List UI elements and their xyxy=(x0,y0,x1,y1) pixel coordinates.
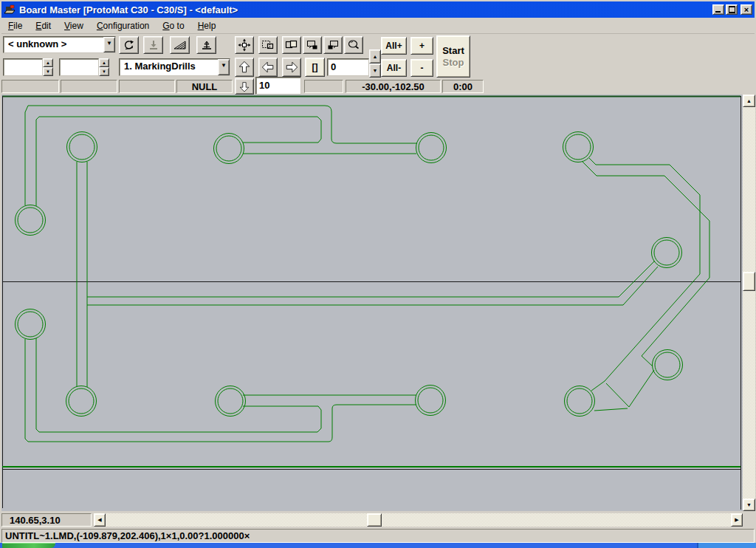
app-icon[interactable] xyxy=(4,4,16,16)
menu-goto[interactable]: Go to xyxy=(156,18,190,33)
y-step-down-icon[interactable]: ▼ xyxy=(99,67,109,76)
mirror-copy-icon xyxy=(285,39,298,51)
copy-frame-button[interactable] xyxy=(258,36,278,54)
jog-right-button[interactable] xyxy=(282,58,301,77)
scroll-left-icon: ◀ xyxy=(97,517,101,523)
x-coordinate-input[interactable] xyxy=(3,58,43,76)
brackets-button[interactable]: [] xyxy=(305,58,325,77)
job-status-text: UNTITL~1.LMD,(-109.879,202.406),1×1,0.00… xyxy=(5,530,250,541)
rubout-hatch-icon xyxy=(173,40,187,50)
vertical-scroll-track[interactable] xyxy=(743,107,755,499)
minimize-button[interactable] xyxy=(712,4,724,15)
place-block-button[interactable] xyxy=(303,36,322,54)
y-coordinate-input[interactable] xyxy=(59,58,99,76)
y-coordinate-stepper: ▲ ▼ xyxy=(99,58,109,76)
import-icon xyxy=(148,39,159,51)
scroll-right-button[interactable]: ▶ xyxy=(731,513,743,527)
close-icon: × xyxy=(744,5,749,14)
pcb-canvas[interactable] xyxy=(1,95,743,511)
place-block-alt-button[interactable] xyxy=(323,36,343,54)
start-button-fragment[interactable] xyxy=(2,543,55,548)
head-position-cell: -30.00,-102.50 xyxy=(346,80,441,93)
x-step-down-icon[interactable]: ▼ xyxy=(43,67,53,76)
cursor-coordinates: 140.65,3.10 xyxy=(1,513,92,527)
vertical-scroll-thumb[interactable] xyxy=(743,272,755,291)
scroll-up-icon: ▲ xyxy=(746,98,752,103)
tool-head-icon xyxy=(201,39,213,51)
jog-up-button[interactable] xyxy=(235,58,254,77)
production-phase-select[interactable]: < unknown > ▼ xyxy=(3,36,116,53)
status-bar: UNTITL~1.LMD,(-109.879,202.406),1×1,0.00… xyxy=(1,529,755,543)
system-tray-fragment xyxy=(697,543,756,548)
scroll-down-button[interactable]: ▼ xyxy=(743,499,755,511)
arrow-right-icon xyxy=(284,59,300,75)
plus-button[interactable]: + xyxy=(410,37,433,55)
restore-button[interactable] xyxy=(726,4,738,15)
x-step-up-icon[interactable]: ▲ xyxy=(43,58,53,67)
tool-select-value: 1. MarkingDrills xyxy=(120,59,218,75)
rotate-phase-button[interactable] xyxy=(119,36,139,54)
toolbar: < unknown > ▼ xyxy=(1,35,755,95)
tool-head-button[interactable] xyxy=(196,36,216,54)
menu-bar: File Edit View Configuration Go to Help xyxy=(1,18,755,34)
close-button[interactable]: × xyxy=(740,4,752,15)
scroll-down-icon: ▼ xyxy=(746,502,752,507)
elapsed-time-cell: 0:00 xyxy=(442,80,484,93)
minus-button[interactable]: - xyxy=(410,59,433,77)
x-coordinate-stepper: ▲ ▼ xyxy=(43,58,53,76)
all-minus-button[interactable]: All- xyxy=(381,59,407,77)
menu-file[interactable]: File xyxy=(1,18,29,33)
window-title: Board Master [ProtoMat C30 - C30/S] - <d… xyxy=(19,4,238,16)
move-button[interactable] xyxy=(235,36,254,54)
jog-down-button[interactable] xyxy=(235,78,254,95)
status-cell-1 xyxy=(1,80,59,93)
board-master-window: { "window": { "title": "Board Master [Pr… xyxy=(0,0,756,548)
horizontal-scroll-track[interactable] xyxy=(106,513,731,527)
menu-configuration[interactable]: Configuration xyxy=(90,18,156,33)
jog-left-button[interactable] xyxy=(258,58,278,77)
count-input[interactable]: 0 xyxy=(327,58,369,76)
tool-select[interactable]: 1. MarkingDrills ▼ xyxy=(119,58,230,76)
copy-frame-icon xyxy=(261,39,275,51)
place-block-alt-icon xyxy=(326,39,340,51)
status-cell-2 xyxy=(61,80,117,93)
count-down-icon[interactable]: ▼ xyxy=(369,64,381,78)
rotate-phase-icon xyxy=(123,39,135,51)
minimize-icon xyxy=(715,11,721,13)
taskbar-sliver xyxy=(0,543,756,548)
title-bar: Board Master [ProtoMat C30 - C30/S] - <d… xyxy=(1,1,755,18)
pcb-layout-drawing xyxy=(0,95,743,511)
zoom-icon xyxy=(347,39,360,51)
app-logo-icon xyxy=(4,4,16,16)
chevron-down-icon[interactable]: ▼ xyxy=(103,37,115,52)
y-step-up-icon[interactable]: ▲ xyxy=(99,58,109,67)
scroll-left-button[interactable]: ◀ xyxy=(94,513,106,527)
menu-edit[interactable]: Edit xyxy=(29,18,58,33)
step-size-input[interactable]: 10 xyxy=(255,77,301,95)
restore-icon xyxy=(729,7,735,13)
count-stepper: ▲ ▼ xyxy=(369,49,381,78)
zoom-button[interactable] xyxy=(344,36,363,54)
rubout-button[interactable] xyxy=(170,36,190,54)
arrow-left-icon xyxy=(260,59,276,75)
scroll-up-button[interactable]: ▲ xyxy=(743,95,755,107)
count-up-icon[interactable]: ▲ xyxy=(369,49,381,64)
chevron-down-icon[interactable]: ▼ xyxy=(218,59,230,75)
import-button[interactable] xyxy=(143,36,163,54)
mirror-copy-button[interactable] xyxy=(282,36,301,54)
production-phase-value: < unknown > xyxy=(4,37,103,52)
horizontal-scroll-thumb[interactable] xyxy=(367,513,382,527)
vertical-scrollbar[interactable]: ▲ ▼ xyxy=(743,95,755,511)
arrow-up-icon xyxy=(236,59,252,75)
all-plus-button[interactable]: All+ xyxy=(381,37,407,55)
status-cell-4 xyxy=(304,80,343,93)
menu-help[interactable]: Help xyxy=(191,18,223,33)
window-controls: × xyxy=(712,4,752,15)
move-icon xyxy=(238,38,251,52)
menu-view[interactable]: View xyxy=(58,18,90,33)
start-stop-button[interactable]: Start Stop xyxy=(436,35,470,78)
place-block-icon xyxy=(306,39,319,51)
tool-status-cell: NULL xyxy=(176,80,233,93)
arrow-down-icon xyxy=(237,80,252,94)
bottom-bar: 140.65,3.10 ◀ ▶ xyxy=(1,511,755,529)
